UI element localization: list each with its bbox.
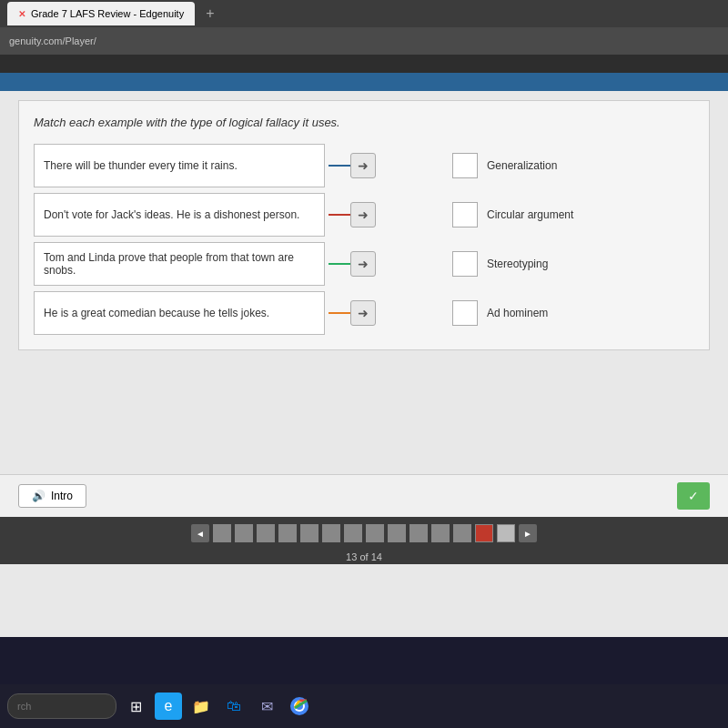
page-square-11[interactable] [431,524,450,542]
arrow-button-4[interactable]: ➜ [350,300,376,326]
check-button[interactable]: ✓ [677,482,710,510]
answer-checkbox-4[interactable] [452,300,478,326]
intro-bar: 🔊 Intro ✓ [0,474,728,517]
page-square-5[interactable] [300,524,318,542]
quiz-container: Match each example with the type of logi… [18,100,710,350]
answer-checkbox-1[interactable] [452,153,478,178]
answer-item-2: Circular argument [452,193,694,237]
taskbar-icon-edge[interactable]: e [155,693,182,720]
tab-bar: ✕ Grade 7 LAFS Review - Edgenuity + [0,0,728,27]
page-square-10[interactable] [410,524,428,542]
matching-layout: There will be thunder every time it rain… [34,144,694,335]
tab-close-icon[interactable]: ✕ [18,9,25,19]
answer-checkbox-2[interactable] [452,202,478,228]
answer-label-1: Generalization [487,159,557,172]
tab-title: Grade 7 LAFS Review - Edgenuity [31,8,184,19]
address-bar[interactable]: genuity.com/Player/ [0,27,728,55]
answer-item-3: Stereotyping [452,242,694,286]
arrow-button-1[interactable]: ➜ [350,153,376,178]
new-tab-button[interactable]: + [198,5,221,22]
windows-taskbar: ⊞ e 📁 🛍 ✉ [0,684,728,728]
page-square-7[interactable] [344,524,362,542]
page-square-9[interactable] [388,524,406,542]
intro-button[interactable]: 🔊 Intro [18,484,86,508]
middle-gap [379,144,452,335]
bottom-bar: 🔊 Intro ✓ ◄ ► 13 of 14 [0,474,728,564]
windows-search-input[interactable] [7,693,116,719]
answer-item-4: Ad hominem [452,291,694,335]
page-square-14[interactable] [497,524,515,542]
page-square-6[interactable] [322,524,340,542]
active-tab[interactable]: ✕ Grade 7 LAFS Review - Edgenuity [7,2,195,25]
page-square-4[interactable] [278,524,297,542]
page-next-button[interactable]: ► [519,524,537,542]
statement-4: He is a great comedian because he tells … [34,291,325,335]
page-square-12[interactable] [453,524,471,542]
page-square-3[interactable] [257,524,275,542]
connector-1: ➜ [329,144,376,187]
page-square-13[interactable] [475,524,493,542]
answer-item-1: Generalization [452,144,694,187]
answer-label-3: Stereotyping [487,258,548,270]
intro-label: Intro [51,490,73,502]
connector-3: ➜ [329,242,376,286]
main-content: Match each example with the type of logi… [0,73,728,637]
page-counter: 13 of 14 [0,550,728,564]
arrow-button-3[interactable]: ➜ [350,251,376,277]
taskbar-icon-chrome[interactable] [286,693,313,720]
taskbar-icon-folder[interactable]: 📁 [187,693,215,720]
url-display: genuity.com/Player/ [9,35,96,46]
answer-label-2: Circular argument [487,208,573,221]
pagination-bar: ◄ ► [0,517,728,550]
statements-column: There will be thunder every time it rain… [34,144,325,335]
answer-checkbox-3[interactable] [452,251,478,277]
quiz-instruction: Match each example with the type of logi… [34,116,694,129]
arrow-button-2[interactable]: ➜ [350,202,376,228]
taskbar-icon-store[interactable]: 🛍 [220,693,248,720]
page-square-1[interactable] [213,524,231,542]
page-prev-button[interactable]: ◄ [191,524,209,542]
answers-column: Generalization Circular argument Stereot… [452,144,694,335]
statement-2: Don't vote for Jack's ideas. He is a dis… [34,193,325,237]
taskbar-icon-windows[interactable]: ⊞ [122,693,149,720]
connector-column: ➜ ➜ ➜ ➜ [325,144,379,335]
connector-2: ➜ [329,193,376,237]
blue-header-bar [0,73,728,91]
connector-4: ➜ [329,291,376,335]
page-square-8[interactable] [366,524,384,542]
page-square-2[interactable] [235,524,253,542]
answer-label-4: Ad hominem [487,307,548,319]
statement-1: There will be thunder every time it rain… [34,144,325,187]
speaker-icon: 🔊 [32,490,46,502]
browser-chrome: ✕ Grade 7 LAFS Review - Edgenuity + genu… [0,0,728,73]
statement-3: Tom and Linda prove that people from tha… [34,242,325,286]
taskbar-icon-mail[interactable]: ✉ [253,693,280,720]
